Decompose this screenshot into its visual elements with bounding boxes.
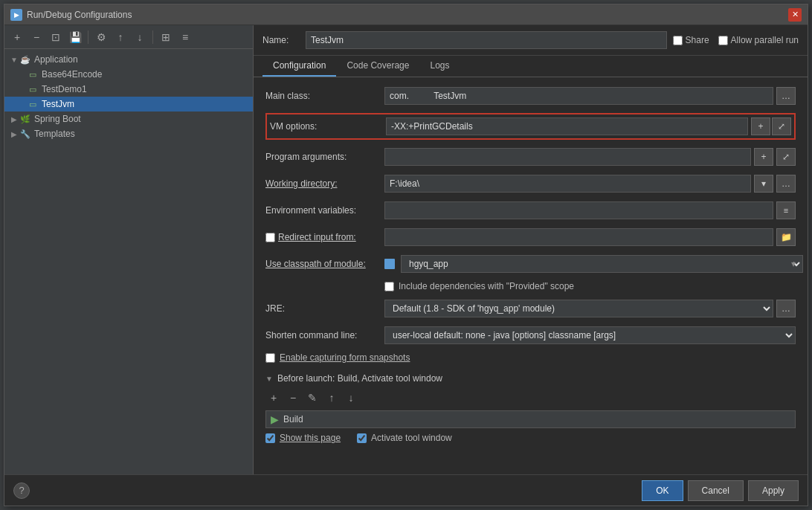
ok-button[interactable]: OK <box>642 480 683 501</box>
testjvm-icon: ▭ <box>27 98 39 110</box>
vm-options-buttons: + ⤢ <box>751 117 791 135</box>
before-launch-label: Before launch: Build, Activate tool wind… <box>277 373 442 384</box>
redirect-input-label: Redirect input from: <box>278 232 362 242</box>
cancel-button[interactable]: Cancel <box>688 480 744 501</box>
apply-button[interactable]: Apply <box>748 480 799 501</box>
include-dependencies-row: Include dependencies with "Provided" sco… <box>265 281 796 291</box>
sort-button[interactable]: ≡ <box>177 29 193 45</box>
close-button[interactable]: ✕ <box>788 8 802 22</box>
before-launch-toolbar: + − ✎ ↑ ↓ <box>265 390 796 406</box>
jre-label: JRE: <box>265 303 384 314</box>
name-label: Name: <box>262 35 300 45</box>
main-class-row: Main class: … <box>265 86 796 106</box>
vm-options-add-button[interactable]: + <box>751 117 770 135</box>
jre-row: JRE: Default (1.8 - SDK of 'hgyq_app' mo… <box>265 299 796 318</box>
tab-code-coverage[interactable]: Code Coverage <box>336 56 419 77</box>
redirect-input-checkbox[interactable] <box>265 233 275 242</box>
shorten-command-row: Shorten command line: user-local default… <box>265 326 796 345</box>
show-this-page-checkbox[interactable] <box>265 433 275 443</box>
jre-select[interactable]: Default (1.8 - SDK of 'hgyq_app' module) <box>384 300 773 317</box>
enable-capturing-checkbox[interactable] <box>265 353 275 363</box>
tree-item-base64encode[interactable]: ▭ Base64Encode <box>4 67 253 82</box>
tree-item-testjvm[interactable]: ▭ TestJvm <box>4 97 253 112</box>
program-arguments-add-button[interactable]: + <box>754 148 773 166</box>
working-directory-wrap: ▾ … <box>384 175 796 193</box>
expand-icon: ▼ <box>9 56 19 64</box>
build-icon: ▶ <box>271 413 279 425</box>
before-launch-up-button[interactable]: ↑ <box>323 390 340 406</box>
title-bar-left: ▶ Run/Debug Configurations <box>10 9 132 21</box>
main-class-input[interactable] <box>384 87 773 105</box>
sidebar-toolbar: + − ⊡ 💾 ⚙ ↑ ↓ ⊞ ≡ <box>4 25 253 49</box>
enable-capturing-label: Enable capturing form snapshots <box>280 352 410 363</box>
name-input[interactable] <box>306 31 667 49</box>
working-directory-input[interactable] <box>384 175 751 193</box>
title-bar: ▶ Run/Debug Configurations ✕ <box>4 4 808 25</box>
move-up-button[interactable]: ↑ <box>112 29 129 45</box>
share-label: Share <box>686 35 709 45</box>
module-icon <box>384 259 395 269</box>
footer-right: OK Cancel Apply <box>642 480 799 501</box>
redirect-input-browse-button[interactable]: 📁 <box>776 228 796 246</box>
templates-expand-icon: ▶ <box>9 130 19 138</box>
redirect-input-wrap: 📁 <box>384 228 796 246</box>
save-config-button[interactable]: 💾 <box>67 29 83 45</box>
before-launch-down-button[interactable]: ↓ <box>343 390 359 406</box>
jre-browse-button[interactable]: … <box>776 300 796 317</box>
remove-config-button[interactable]: − <box>28 29 45 45</box>
program-arguments-input[interactable] <box>384 148 751 166</box>
include-dependencies-label: Include dependencies with "Provided" sco… <box>399 281 574 291</box>
tab-logs[interactable]: Logs <box>419 56 460 77</box>
tree-group-templates[interactable]: ▶ 🔧 Templates <box>4 126 253 141</box>
tree-group-application[interactable]: ▼ ☕ Application <box>4 52 253 67</box>
classpath-module-wrap: hgyq_app ▾ <box>384 255 796 273</box>
templates-icon: 🔧 <box>19 128 31 140</box>
help-button[interactable]: ? <box>13 482 30 499</box>
allow-parallel-checkbox-label[interactable]: Allow parallel run <box>718 35 799 45</box>
vm-options-input[interactable] <box>386 117 748 135</box>
show-this-page-row: Show this page Activate tool window <box>265 433 796 443</box>
environment-variables-input[interactable] <box>384 201 773 219</box>
settings-button[interactable]: ⚙ <box>93 29 109 45</box>
dialog-content: + − ⊡ 💾 ⚙ ↑ ↓ ⊞ ≡ ▼ ☕ Application <box>4 25 808 474</box>
include-dependencies-checkbox[interactable] <box>384 282 394 291</box>
before-launch-remove-button[interactable]: − <box>285 390 301 406</box>
classpath-module-select[interactable]: hgyq_app <box>401 255 803 273</box>
add-config-button[interactable]: + <box>9 29 25 45</box>
copy-config-button[interactable]: ⊡ <box>48 29 64 45</box>
build-item[interactable]: ▶ Build <box>265 410 796 428</box>
redirect-input-row: Redirect input from: 📁 <box>265 227 796 247</box>
share-row: Share Allow parallel run <box>673 35 799 45</box>
main-class-browse-button[interactable]: … <box>776 87 796 105</box>
working-directory-label: Working directory: <box>265 178 384 189</box>
working-directory-dropdown-button[interactable]: ▾ <box>754 175 773 193</box>
program-arguments-expand-button[interactable]: ⤢ <box>776 148 796 166</box>
tree-group-springboot[interactable]: ▶ 🌿 Spring Boot <box>4 112 253 126</box>
activate-tool-window-checkbox[interactable] <box>357 433 367 443</box>
share-checkbox[interactable] <box>673 36 683 45</box>
working-directory-row: Working directory: ▾ … <box>265 174 796 193</box>
folder-button[interactable]: ⊞ <box>158 29 174 45</box>
environment-variables-edit-button[interactable]: ≡ <box>776 201 796 219</box>
form-area: Main class: … VM options: + ⤢ <box>254 77 808 474</box>
testjvm-label: TestJvm <box>42 99 74 109</box>
share-checkbox-label[interactable]: Share <box>673 35 709 45</box>
testdemo1-label: TestDemo1 <box>42 84 87 94</box>
program-arguments-row: Program arguments: + ⤢ <box>265 147 796 167</box>
dialog-title: Run/Debug Configurations <box>27 10 132 20</box>
tab-configuration[interactable]: Configuration <box>262 56 336 77</box>
environment-variables-row: Environment variables: ≡ <box>265 201 796 220</box>
move-down-button[interactable]: ↓ <box>132 29 148 45</box>
before-launch-add-button[interactable]: + <box>265 390 282 406</box>
sidebar: + − ⊡ 💾 ⚙ ↑ ↓ ⊞ ≡ ▼ ☕ Application <box>4 25 254 474</box>
vm-options-row: VM options: + ⤢ <box>265 113 796 140</box>
vm-options-expand-button[interactable]: ⤢ <box>772 117 791 135</box>
application-group-label: Application <box>34 54 78 65</box>
working-directory-browse-button[interactable]: … <box>776 175 796 193</box>
tree-item-testdemo1[interactable]: ▭ TestDemo1 <box>4 82 253 97</box>
shorten-command-select[interactable]: user-local default: none - java [options… <box>384 326 796 344</box>
tabs: Configuration Code Coverage Logs <box>254 56 808 77</box>
before-launch-edit-button[interactable]: ✎ <box>304 390 320 406</box>
allow-parallel-checkbox[interactable] <box>718 36 728 45</box>
redirect-input-input[interactable] <box>384 228 773 246</box>
